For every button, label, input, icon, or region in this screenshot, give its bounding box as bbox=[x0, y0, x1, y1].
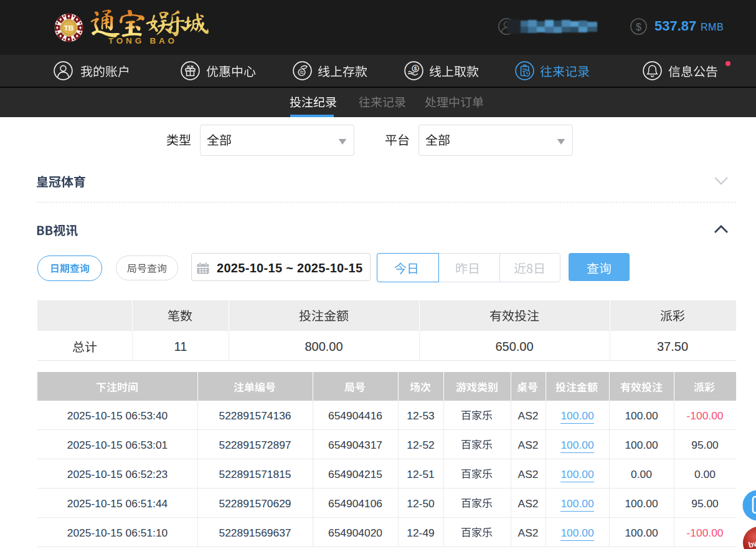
svg-text:$: $ bbox=[414, 65, 417, 72]
svg-text:TB: TB bbox=[64, 24, 73, 32]
svg-text:TONG BAO: TONG BAO bbox=[108, 36, 177, 45]
svg-text:$: $ bbox=[636, 22, 641, 32]
